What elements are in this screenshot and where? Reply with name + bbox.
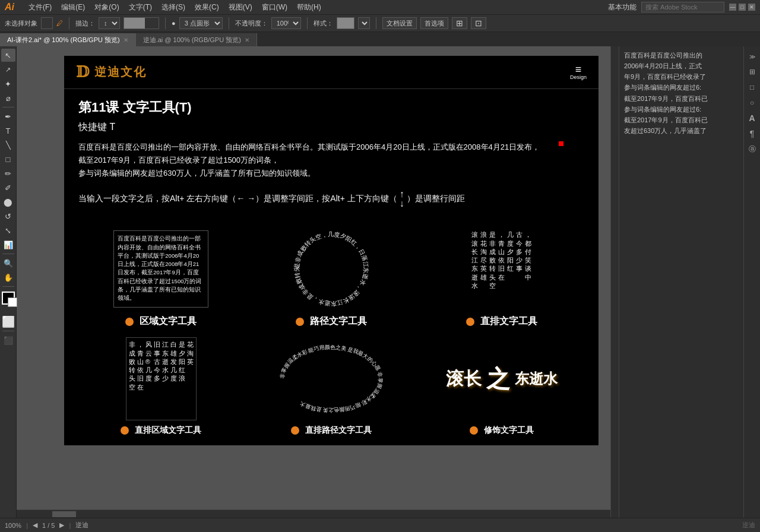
type-tool[interactable]: T <box>1 124 15 137</box>
point-type-select[interactable]: 3 点圆形 <box>179 17 223 29</box>
menu-help[interactable]: 帮助(H) <box>297 2 321 12</box>
area-text-content: 百度百科是百度公司推出的一部内容开放、自由的网络百科全书平台，其测试版于2006… <box>113 230 208 308</box>
menu-window[interactable]: 窗口(W) <box>262 2 287 12</box>
preferences-button[interactable]: 首选项 <box>420 17 448 29</box>
direct-selection-tool[interactable]: ↗ <box>1 63 15 76</box>
vertical-path-visual: 非掌握温柔水彩 能巧用颜色之美 是我最大的心愿 非掌握温柔水彩 能巧用颜色之美 … <box>249 337 414 420</box>
vert-col-3: 是非成败转头空 <box>489 230 496 308</box>
magic-wand-tool[interactable]: ✦ <box>1 77 15 90</box>
graph-tool[interactable]: 📊 <box>1 238 15 251</box>
nav-prev-btn[interactable]: ◀ <box>33 521 37 529</box>
tab-ai-course-close[interactable]: ✕ <box>124 37 128 43</box>
fill-preview[interactable] <box>124 17 159 29</box>
scroll-right[interactable] <box>610 46 619 518</box>
rotate-tool[interactable]: ↺ <box>1 210 15 223</box>
doc-menu-icon[interactable]: ≡Design <box>570 64 587 80</box>
menu-text[interactable]: 文字(T) <box>129 2 152 12</box>
scatter-label: 描边： <box>75 19 95 28</box>
deco-text-3: 东逝水 <box>515 369 558 388</box>
brush-tool[interactable]: ✏ <box>1 167 15 180</box>
scroll-thumb[interactable] <box>52 511 76 517</box>
tool-separator-3 <box>2 286 14 287</box>
tab-ai-course-label: AI-课件2.ai* @ 100% (RGB/GPU 预览) <box>7 36 120 45</box>
style-select[interactable]: ▼ <box>358 17 370 29</box>
search-input[interactable] <box>641 2 724 12</box>
scroll-bottom[interactable] <box>17 509 610 518</box>
zoom-level[interactable]: 100% <box>5 522 21 529</box>
lasso-tool[interactable]: ⌀ <box>1 91 15 104</box>
panel-icon-glyph[interactable]: ⓐ <box>746 142 759 156</box>
vert-col-5: 几度夕阳红 <box>507 230 514 308</box>
shape-tool[interactable]: □ <box>1 153 15 166</box>
vertical-text-content: 滚滚长江东逝水 浪花淘尽英雄 是非成败转头空 ，青山依旧在 几度夕阳红 <box>471 230 531 308</box>
menu-effect[interactable]: 效果(C) <box>195 2 219 12</box>
deco-text-1: 滚长 <box>446 367 482 391</box>
vertical-path-label: 直排路径文字工具 <box>291 425 372 436</box>
color-icon[interactable]: 🖊 <box>56 20 63 27</box>
menu-object[interactable]: 对象(O) <box>94 2 119 12</box>
vert-col-7: ，都付笑谈中 <box>525 230 531 308</box>
selection-tool[interactable]: ↖ <box>1 49 15 62</box>
status-separator-2: | <box>69 522 71 529</box>
align-button[interactable]: ⊞ <box>452 17 467 29</box>
document-canvas: 𝔻 逆迪文化 ≡Design 第11课 文字工具(T) 快捷键 T 百度百科是百… <box>64 56 598 445</box>
pencil-tool[interactable]: ✐ <box>1 181 15 194</box>
pen-tool[interactable]: ✒ <box>1 110 15 123</box>
path-text-visual: 是非成败转头空，几度夕阳红，日落江东逝水，滚滚长江东逝水，是非成败转头空，依旧在… <box>249 227 414 311</box>
menu-select[interactable]: 选择(S) <box>162 2 185 12</box>
screen-mode-tool[interactable]: ⬛ <box>1 334 15 347</box>
hand-tool[interactable]: ✋ <box>1 271 15 284</box>
vertical-path-dot <box>291 426 299 435</box>
vert-col-2: 浪花淘尽英雄 <box>480 230 487 308</box>
scale-tool[interactable]: ⤡ <box>1 224 15 237</box>
panel-icon-1[interactable]: ⊞ <box>746 65 759 78</box>
feature-dropdown[interactable]: 基本功能 <box>608 2 636 12</box>
zoom-tool[interactable]: 🔍 <box>1 256 15 270</box>
opacity-label: 不透明度： <box>235 19 268 28</box>
vertical-area-example: 非成败转头空 ，青山依旧在 风云®几度 旧事古今多 江东逝水少 <box>78 337 244 436</box>
opacity-select[interactable]: 100% <box>271 17 301 29</box>
none-fill[interactable]: ⬜ <box>2 315 15 328</box>
artboard-name: 逆迪 <box>75 521 88 530</box>
tabs-bar: AI-课件2.ai* @ 100% (RGB/GPU 预览) ✕ 逆迪.ai @… <box>0 32 760 46</box>
close-button[interactable]: ✕ <box>748 4 755 11</box>
panel-expand-icon[interactable]: ≫ <box>746 50 759 63</box>
panel-icon-circle[interactable]: ○ <box>746 96 759 109</box>
panel-icon-2[interactable]: □ <box>746 81 759 94</box>
minimize-button[interactable]: — <box>729 4 736 11</box>
panel-icon-text-a[interactable]: A <box>746 112 759 125</box>
doc-body: 第11课 文字工具(T) 快捷键 T 百度百科是百度公司推出的一部内容开放、自由… <box>64 89 598 227</box>
separator-2 <box>165 17 166 29</box>
doc-settings-button[interactable]: 文档设置 <box>382 17 417 29</box>
style-preview[interactable] <box>337 17 354 29</box>
separator-4 <box>307 17 308 29</box>
stroke-color-box[interactable] <box>41 17 53 29</box>
tab-ai-course[interactable]: AI-课件2.ai* @ 100% (RGB/GPU 预览) ✕ <box>0 33 136 46</box>
cursor-indicator <box>559 141 563 146</box>
separator-1 <box>69 17 69 29</box>
menu-view[interactable]: 视图(V) <box>229 2 252 12</box>
vertical-area-dot <box>121 426 129 435</box>
background-color[interactable] <box>8 297 17 307</box>
menu-bar: Ai 文件(F) 编辑(E) 对象(O) 文字(T) 选择(S) 效果(C) 视… <box>0 0 760 14</box>
mini-right-panel: ≫ ⊞ □ ○ A ¶ ⓐ <box>743 46 760 518</box>
view-arrange-button[interactable]: ⊡ <box>471 17 486 29</box>
path-text-dot <box>296 318 304 326</box>
lesson-title: 第11课 文字工具(T) <box>78 99 584 116</box>
tab-nidi[interactable]: 逆迪.ai @ 100% (RGB/GPU 预览) ✕ <box>136 33 257 46</box>
tab-nidi-close[interactable]: ✕ <box>245 37 249 43</box>
nav-next-btn[interactable]: ▶ <box>59 521 64 529</box>
panel-icon-paragraph[interactable]: ¶ <box>746 127 759 140</box>
eraser-tool[interactable]: ⬤ <box>1 195 15 208</box>
maximize-button[interactable]: □ <box>739 4 746 11</box>
menu-edit[interactable]: 编辑(E) <box>61 2 85 12</box>
canvas-area: 𝔻 逆迪文化 ≡Design 第11课 文字工具(T) 快捷键 T 百度百科是百… <box>17 46 601 518</box>
scatter-select[interactable]: ↕ <box>99 17 120 29</box>
menu-file[interactable]: 文件(F) <box>28 2 52 12</box>
status-bar: 100% | ◀ 1 / 5 ▶ | 逆迪 逆迪 <box>0 518 760 532</box>
status-separator-3: 逆迪 <box>742 521 755 530</box>
line-tool[interactable]: ╲ <box>1 138 15 151</box>
foreground-color[interactable] <box>2 292 15 305</box>
tools-grid-row1: 百度百科是百度公司推出的一部内容开放、自由的网络百科全书平台，其测试版于2006… <box>64 227 598 337</box>
app-logo: Ai <box>5 2 14 12</box>
